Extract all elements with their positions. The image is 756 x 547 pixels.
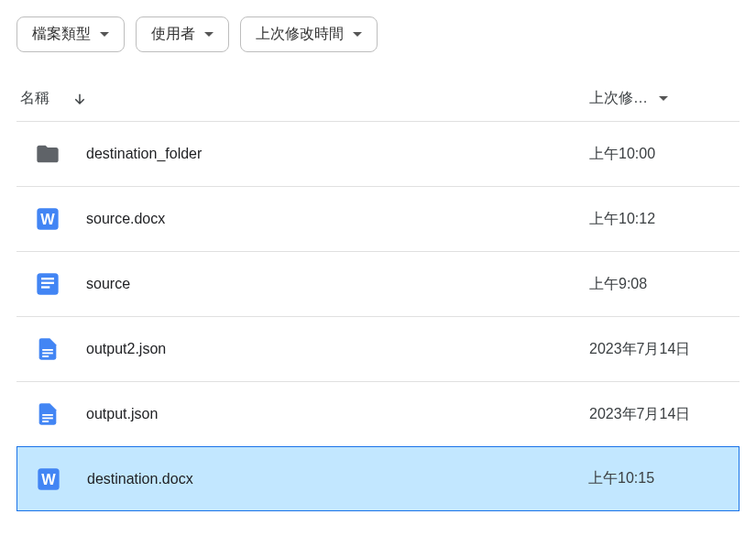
file-modified: 2023年7月14日 [589,405,736,424]
file-row[interactable]: source上午9:08 [16,251,740,316]
svg-rect-8 [42,356,49,357]
svg-rect-10 [42,418,53,420]
filter-file-type[interactable]: 檔案類型 [16,16,125,52]
svg-text:W: W [40,211,55,227]
filter-bar: 檔案類型 使用者 上次修改時間 [16,16,740,52]
file-name: destination_folder [86,146,589,162]
column-modified-label: 上次修… [589,89,648,108]
chevron-down-icon [353,32,362,37]
column-header-modified[interactable]: 上次修… [589,89,736,108]
file-modified: 上午9:08 [589,275,736,294]
chevron-down-icon [659,96,668,101]
file-name: output.json [86,406,589,422]
file-name: destination.docx [87,471,588,487]
filter-last-modified-label: 上次修改時間 [256,25,344,44]
folder-icon [35,141,60,167]
gdoc-icon [35,271,60,297]
file-modified: 上午10:12 [589,210,736,229]
svg-text:W: W [41,470,56,487]
file-row[interactable]: destination_folder上午10:00 [16,121,740,186]
filter-file-type-label: 檔案類型 [32,25,91,44]
word-icon: W [36,466,61,492]
svg-rect-7 [42,353,53,355]
svg-rect-9 [42,414,53,416]
file-name: source.docx [86,211,589,227]
file-list: 名稱 上次修… destination_folder上午10:00Wsource… [16,80,740,511]
file-modified: 上午10:15 [588,469,735,488]
column-name-label: 名稱 [20,89,49,108]
file-name: source [86,276,589,292]
filter-user[interactable]: 使用者 [136,16,229,52]
column-header-name[interactable]: 名稱 [20,89,589,108]
filter-last-modified[interactable]: 上次修改時間 [240,16,378,52]
svg-rect-4 [41,282,54,284]
gfile-icon [35,336,60,362]
chevron-down-icon [100,32,109,37]
file-modified: 上午10:00 [589,145,736,164]
sort-down-icon [71,91,88,107]
column-header-row: 名稱 上次修… [16,80,740,121]
file-row[interactable]: Wsource.docx上午10:12 [16,186,740,251]
file-row[interactable]: Wdestination.docx上午10:15 [16,446,740,511]
file-row[interactable]: output2.json2023年7月14日 [16,316,740,381]
svg-rect-11 [42,421,49,422]
filter-user-label: 使用者 [151,25,195,44]
file-modified: 2023年7月14日 [589,340,736,359]
file-row[interactable]: output.json2023年7月14日 [16,381,740,446]
chevron-down-icon [204,32,214,37]
svg-rect-5 [41,286,49,288]
gfile-icon [35,401,60,427]
file-name: output2.json [86,341,589,357]
svg-rect-6 [42,349,53,351]
svg-rect-3 [41,278,54,279]
word-icon: W [35,206,60,232]
